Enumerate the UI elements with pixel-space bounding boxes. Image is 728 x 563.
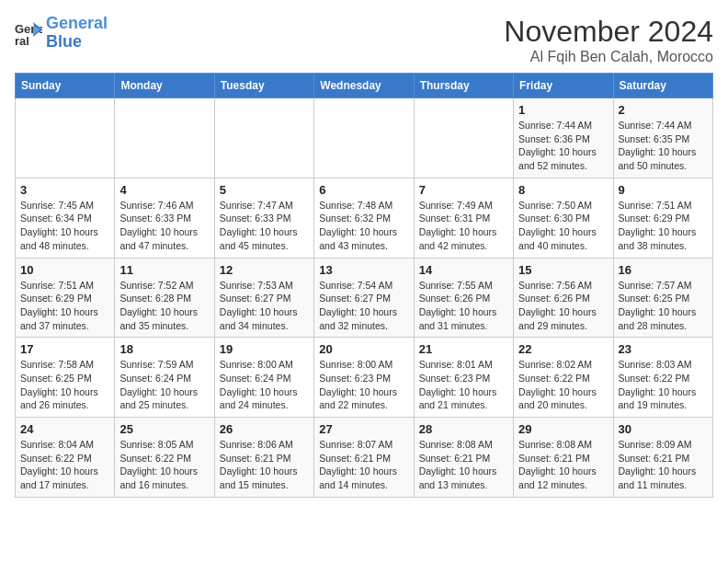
calendar-cell: 25Sunrise: 8:05 AM Sunset: 6:22 PM Dayli… [115, 418, 214, 498]
calendar-week-5: 24Sunrise: 8:04 AM Sunset: 6:22 PM Dayli… [16, 418, 713, 498]
page-header: Gene ral General Blue November 2024 Al F… [15, 15, 713, 65]
day-detail: Sunrise: 7:46 AM Sunset: 6:33 PM Dayligh… [119, 199, 209, 253]
calendar-cell: 15Sunrise: 7:56 AM Sunset: 6:26 PM Dayli… [514, 258, 613, 338]
calendar-cell: 7Sunrise: 7:49 AM Sunset: 6:31 PM Daylig… [414, 178, 513, 258]
day-number: 10 [20, 263, 109, 277]
day-detail: Sunrise: 7:49 AM Sunset: 6:31 PM Dayligh… [419, 199, 508, 253]
day-detail: Sunrise: 7:48 AM Sunset: 6:32 PM Dayligh… [319, 199, 408, 253]
calendar-cell: 18Sunrise: 7:59 AM Sunset: 6:24 PM Dayli… [115, 338, 214, 418]
day-detail: Sunrise: 7:54 AM Sunset: 6:27 PM Dayligh… [319, 279, 408, 333]
day-number: 21 [419, 342, 508, 356]
calendar-cell: 10Sunrise: 7:51 AM Sunset: 6:29 PM Dayli… [16, 258, 115, 338]
location-subtitle: Al Fqih Ben Calah, Morocco [504, 49, 713, 65]
col-header-wednesday: Wednesday [314, 74, 414, 98]
calendar-week-4: 17Sunrise: 7:58 AM Sunset: 6:25 PM Dayli… [16, 338, 713, 418]
calendar-table: SundayMondayTuesdayWednesdayThursdayFrid… [15, 73, 713, 498]
calendar-cell: 8Sunrise: 7:50 AM Sunset: 6:30 PM Daylig… [514, 178, 613, 258]
col-header-saturday: Saturday [613, 74, 712, 98]
calendar-cell: 6Sunrise: 7:48 AM Sunset: 6:32 PM Daylig… [314, 178, 414, 258]
calendar-week-2: 3Sunrise: 7:45 AM Sunset: 6:34 PM Daylig… [16, 178, 713, 258]
day-detail: Sunrise: 8:02 AM Sunset: 6:22 PM Dayligh… [518, 358, 608, 412]
svg-text:ral: ral [15, 34, 29, 46]
day-detail: Sunrise: 7:52 AM Sunset: 6:28 PM Dayligh… [119, 279, 209, 333]
calendar-cell: 22Sunrise: 8:02 AM Sunset: 6:22 PM Dayli… [514, 338, 613, 418]
day-detail: Sunrise: 8:08 AM Sunset: 6:21 PM Dayligh… [419, 438, 508, 492]
day-number: 19 [220, 342, 309, 356]
calendar-cell: 5Sunrise: 7:47 AM Sunset: 6:33 PM Daylig… [214, 178, 313, 258]
col-header-sunday: Sunday [16, 74, 115, 98]
day-number: 20 [319, 342, 408, 356]
col-header-friday: Friday [514, 74, 613, 98]
calendar-cell [314, 98, 414, 178]
calendar-cell: 21Sunrise: 8:01 AM Sunset: 6:23 PM Dayli… [414, 338, 513, 418]
day-detail: Sunrise: 8:01 AM Sunset: 6:23 PM Dayligh… [419, 358, 508, 412]
calendar-cell: 12Sunrise: 7:53 AM Sunset: 6:27 PM Dayli… [214, 258, 313, 338]
day-number: 2 [619, 103, 708, 117]
day-number: 9 [619, 183, 708, 197]
day-detail: Sunrise: 8:00 AM Sunset: 6:24 PM Dayligh… [220, 358, 309, 412]
day-number: 5 [220, 183, 309, 197]
calendar-cell: 29Sunrise: 8:08 AM Sunset: 6:21 PM Dayli… [514, 418, 613, 498]
calendar-cell [414, 98, 513, 178]
calendar-cell: 28Sunrise: 8:08 AM Sunset: 6:21 PM Dayli… [414, 418, 513, 498]
day-detail: Sunrise: 7:51 AM Sunset: 6:29 PM Dayligh… [20, 279, 109, 333]
logo-general: General [46, 14, 108, 32]
day-detail: Sunrise: 7:59 AM Sunset: 6:24 PM Dayligh… [119, 358, 209, 412]
day-number: 17 [20, 342, 109, 356]
day-detail: Sunrise: 7:45 AM Sunset: 6:34 PM Dayligh… [20, 199, 109, 253]
col-header-tuesday: Tuesday [214, 74, 313, 98]
calendar-cell: 14Sunrise: 7:55 AM Sunset: 6:26 PM Dayli… [414, 258, 513, 338]
day-number: 18 [119, 342, 209, 356]
day-number: 12 [220, 263, 309, 277]
day-detail: Sunrise: 7:44 AM Sunset: 6:36 PM Dayligh… [518, 119, 608, 173]
day-number: 6 [319, 183, 408, 197]
day-detail: Sunrise: 8:08 AM Sunset: 6:21 PM Dayligh… [518, 438, 608, 492]
day-detail: Sunrise: 7:58 AM Sunset: 6:25 PM Dayligh… [20, 358, 109, 412]
logo-icon: Gene ral [15, 20, 42, 46]
day-detail: Sunrise: 7:57 AM Sunset: 6:25 PM Dayligh… [619, 279, 708, 333]
day-number: 14 [419, 263, 508, 277]
day-number: 4 [119, 183, 209, 197]
day-number: 15 [518, 263, 608, 277]
day-number: 8 [518, 183, 608, 197]
day-number: 13 [319, 263, 408, 277]
month-title: November 2024 [504, 15, 713, 49]
day-detail: Sunrise: 8:04 AM Sunset: 6:22 PM Dayligh… [20, 438, 109, 492]
calendar-cell: 23Sunrise: 8:03 AM Sunset: 6:22 PM Dayli… [613, 338, 712, 418]
day-detail: Sunrise: 7:51 AM Sunset: 6:29 PM Dayligh… [619, 199, 708, 253]
calendar-cell: 27Sunrise: 8:07 AM Sunset: 6:21 PM Dayli… [314, 418, 414, 498]
calendar-cell: 30Sunrise: 8:09 AM Sunset: 6:21 PM Dayli… [613, 418, 712, 498]
calendar-cell: 3Sunrise: 7:45 AM Sunset: 6:34 PM Daylig… [16, 178, 115, 258]
day-detail: Sunrise: 7:56 AM Sunset: 6:26 PM Dayligh… [518, 279, 608, 333]
calendar-cell: 2Sunrise: 7:44 AM Sunset: 6:35 PM Daylig… [613, 98, 712, 178]
calendar-cell [214, 98, 313, 178]
day-detail: Sunrise: 8:07 AM Sunset: 6:21 PM Dayligh… [319, 438, 408, 492]
logo-blue: Blue [46, 32, 82, 51]
col-header-thursday: Thursday [414, 74, 513, 98]
calendar-week-1: 1Sunrise: 7:44 AM Sunset: 6:36 PM Daylig… [16, 98, 713, 178]
calendar-cell [16, 98, 115, 178]
day-number: 22 [518, 342, 608, 356]
day-number: 26 [220, 422, 309, 436]
day-detail: Sunrise: 8:03 AM Sunset: 6:22 PM Dayligh… [619, 358, 708, 412]
calendar-cell: 11Sunrise: 7:52 AM Sunset: 6:28 PM Dayli… [115, 258, 214, 338]
calendar-week-3: 10Sunrise: 7:51 AM Sunset: 6:29 PM Dayli… [16, 258, 713, 338]
day-number: 29 [518, 422, 608, 436]
day-number: 25 [119, 422, 209, 436]
logo: Gene ral General Blue [15, 15, 108, 52]
calendar-cell: 17Sunrise: 7:58 AM Sunset: 6:25 PM Dayli… [16, 338, 115, 418]
day-detail: Sunrise: 7:50 AM Sunset: 6:30 PM Dayligh… [518, 199, 608, 253]
day-detail: Sunrise: 8:09 AM Sunset: 6:21 PM Dayligh… [619, 438, 708, 492]
calendar-cell [115, 98, 214, 178]
calendar-header: SundayMondayTuesdayWednesdayThursdayFrid… [16, 74, 713, 98]
day-number: 3 [20, 183, 109, 197]
calendar-cell: 20Sunrise: 8:00 AM Sunset: 6:23 PM Dayli… [314, 338, 414, 418]
day-detail: Sunrise: 7:53 AM Sunset: 6:27 PM Dayligh… [220, 279, 309, 333]
calendar-cell: 4Sunrise: 7:46 AM Sunset: 6:33 PM Daylig… [115, 178, 214, 258]
day-number: 30 [619, 422, 708, 436]
day-number: 1 [518, 103, 608, 117]
day-number: 28 [419, 422, 508, 436]
day-detail: Sunrise: 7:55 AM Sunset: 6:26 PM Dayligh… [419, 279, 508, 333]
col-header-monday: Monday [115, 74, 214, 98]
day-number: 16 [619, 263, 708, 277]
